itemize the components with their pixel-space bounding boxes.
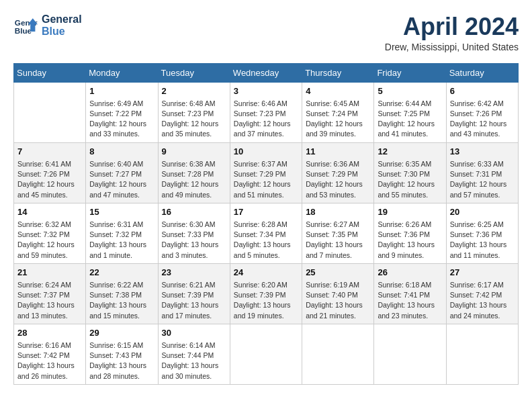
day-info: Sunrise: 6:42 AMSunset: 7:26 PMDaylight:… — [450, 99, 515, 140]
location: Drew, Mississippi, United States — [385, 42, 519, 52]
calendar-cell: 28Sunrise: 6:16 AMSunset: 7:42 PMDayligh… — [14, 324, 86, 384]
calendar-cell: 3Sunrise: 6:46 AMSunset: 7:23 PMDaylight… — [230, 82, 302, 142]
day-number: 18 — [306, 206, 370, 218]
day-number: 4 — [306, 85, 370, 97]
day-number: 12 — [378, 146, 442, 158]
calendar-week-1: 1Sunrise: 6:49 AMSunset: 7:22 PMDaylight… — [14, 82, 519, 142]
calendar-cell: 8Sunrise: 6:40 AMSunset: 7:27 PMDaylight… — [86, 142, 158, 203]
day-info: Sunrise: 6:24 AMSunset: 7:37 PMDaylight:… — [17, 280, 82, 321]
day-number: 11 — [306, 146, 370, 158]
day-number: 8 — [89, 146, 154, 158]
calendar-cell — [230, 324, 302, 384]
calendar-cell: 19Sunrise: 6:26 AMSunset: 7:36 PMDayligh… — [374, 203, 446, 263]
calendar-cell — [302, 324, 374, 384]
calendar-cell: 27Sunrise: 6:17 AMSunset: 7:42 PMDayligh… — [446, 263, 518, 324]
weekday-header-saturday: Saturday — [446, 63, 518, 82]
day-number: 26 — [378, 267, 442, 279]
calendar-cell: 15Sunrise: 6:31 AMSunset: 7:32 PMDayligh… — [86, 203, 158, 263]
day-number: 21 — [17, 267, 82, 279]
day-info: Sunrise: 6:15 AMSunset: 7:43 PMDaylight:… — [89, 340, 154, 381]
day-info: Sunrise: 6:45 AMSunset: 7:24 PMDaylight:… — [306, 99, 370, 140]
calendar-cell: 25Sunrise: 6:19 AMSunset: 7:40 PMDayligh… — [302, 263, 374, 324]
calendar-cell: 23Sunrise: 6:21 AMSunset: 7:39 PMDayligh… — [158, 263, 230, 324]
calendar-week-2: 7Sunrise: 6:41 AMSunset: 7:26 PMDaylight… — [14, 142, 519, 203]
day-info: Sunrise: 6:27 AMSunset: 7:35 PMDaylight:… — [306, 220, 370, 261]
day-info: Sunrise: 6:25 AMSunset: 7:36 PMDaylight:… — [450, 220, 515, 261]
calendar-cell: 6Sunrise: 6:42 AMSunset: 7:26 PMDaylight… — [446, 82, 518, 142]
weekday-header-row: SundayMondayTuesdayWednesdayThursdayFrid… — [14, 63, 519, 82]
weekday-header-wednesday: Wednesday — [230, 63, 302, 82]
day-info: Sunrise: 6:38 AMSunset: 7:28 PMDaylight:… — [162, 159, 226, 200]
calendar-week-3: 14Sunrise: 6:32 AMSunset: 7:32 PMDayligh… — [14, 203, 519, 263]
weekday-header-sunday: Sunday — [14, 63, 86, 82]
day-number: 5 — [378, 85, 442, 97]
calendar-cell: 18Sunrise: 6:27 AMSunset: 7:35 PMDayligh… — [302, 203, 374, 263]
day-info: Sunrise: 6:28 AMSunset: 7:34 PMDaylight:… — [234, 220, 298, 261]
calendar-table: SundayMondayTuesdayWednesdayThursdayFrid… — [13, 63, 519, 385]
day-number: 1 — [89, 85, 154, 97]
calendar-cell — [446, 324, 518, 384]
day-info: Sunrise: 6:32 AMSunset: 7:32 PMDaylight:… — [17, 220, 82, 261]
day-info: Sunrise: 6:35 AMSunset: 7:30 PMDaylight:… — [378, 159, 442, 200]
calendar-cell: 10Sunrise: 6:37 AMSunset: 7:29 PMDayligh… — [230, 142, 302, 203]
day-info: Sunrise: 6:49 AMSunset: 7:22 PMDaylight:… — [89, 99, 154, 140]
weekday-header-friday: Friday — [374, 63, 446, 82]
day-number: 25 — [306, 267, 370, 279]
calendar-cell: 12Sunrise: 6:35 AMSunset: 7:30 PMDayligh… — [374, 142, 446, 203]
day-number: 3 — [234, 85, 298, 97]
calendar-cell: 9Sunrise: 6:38 AMSunset: 7:28 PMDaylight… — [158, 142, 230, 203]
day-number: 10 — [234, 146, 298, 158]
calendar-cell: 14Sunrise: 6:32 AMSunset: 7:32 PMDayligh… — [14, 203, 86, 263]
logo: General Blue General Blue — [13, 13, 82, 38]
weekday-header-monday: Monday — [86, 63, 158, 82]
day-info: Sunrise: 6:17 AMSunset: 7:42 PMDaylight:… — [450, 280, 515, 321]
day-number: 24 — [234, 267, 298, 279]
calendar-week-5: 28Sunrise: 6:16 AMSunset: 7:42 PMDayligh… — [14, 324, 519, 384]
day-info: Sunrise: 6:20 AMSunset: 7:39 PMDaylight:… — [234, 280, 298, 321]
day-number: 9 — [162, 146, 226, 158]
calendar-week-4: 21Sunrise: 6:24 AMSunset: 7:37 PMDayligh… — [14, 263, 519, 324]
day-info: Sunrise: 6:41 AMSunset: 7:26 PMDaylight:… — [17, 159, 82, 200]
calendar-cell: 13Sunrise: 6:33 AMSunset: 7:31 PMDayligh… — [446, 142, 518, 203]
day-info: Sunrise: 6:26 AMSunset: 7:36 PMDaylight:… — [378, 220, 442, 261]
day-number: 17 — [234, 206, 298, 218]
day-info: Sunrise: 6:36 AMSunset: 7:29 PMDaylight:… — [306, 159, 370, 200]
calendar-cell — [14, 82, 86, 142]
calendar-cell: 11Sunrise: 6:36 AMSunset: 7:29 PMDayligh… — [302, 142, 374, 203]
calendar-cell: 21Sunrise: 6:24 AMSunset: 7:37 PMDayligh… — [14, 263, 86, 324]
calendar-cell: 4Sunrise: 6:45 AMSunset: 7:24 PMDaylight… — [302, 82, 374, 142]
calendar-cell: 29Sunrise: 6:15 AMSunset: 7:43 PMDayligh… — [86, 324, 158, 384]
day-info: Sunrise: 6:46 AMSunset: 7:23 PMDaylight:… — [234, 99, 298, 140]
calendar-cell: 5Sunrise: 6:44 AMSunset: 7:25 PMDaylight… — [374, 82, 446, 142]
calendar-cell: 7Sunrise: 6:41 AMSunset: 7:26 PMDaylight… — [14, 142, 86, 203]
svg-text:Blue: Blue — [15, 26, 32, 35]
day-info: Sunrise: 6:21 AMSunset: 7:39 PMDaylight:… — [162, 280, 226, 321]
calendar-cell: 1Sunrise: 6:49 AMSunset: 7:22 PMDaylight… — [86, 82, 158, 142]
day-number: 28 — [17, 327, 82, 339]
day-number: 23 — [162, 267, 226, 279]
calendar-body: 1Sunrise: 6:49 AMSunset: 7:22 PMDaylight… — [14, 82, 519, 384]
day-number: 7 — [17, 146, 82, 158]
day-number: 29 — [89, 327, 154, 339]
title-block: April 2024 Drew, Mississippi, United Sta… — [385, 13, 519, 52]
logo-line1: General — [42, 13, 82, 26]
calendar-cell: 20Sunrise: 6:25 AMSunset: 7:36 PMDayligh… — [446, 203, 518, 263]
day-number: 13 — [450, 146, 515, 158]
day-number: 2 — [162, 85, 226, 97]
calendar-cell: 24Sunrise: 6:20 AMSunset: 7:39 PMDayligh… — [230, 263, 302, 324]
day-number: 27 — [450, 267, 515, 279]
day-info: Sunrise: 6:19 AMSunset: 7:40 PMDaylight:… — [306, 280, 370, 321]
logo-line2: Blue — [42, 26, 82, 38]
calendar-cell: 22Sunrise: 6:22 AMSunset: 7:38 PMDayligh… — [86, 263, 158, 324]
month-title: April 2024 — [385, 13, 519, 40]
calendar-cell — [374, 324, 446, 384]
day-number: 6 — [450, 85, 515, 97]
day-info: Sunrise: 6:44 AMSunset: 7:25 PMDaylight:… — [378, 99, 442, 140]
day-info: Sunrise: 6:18 AMSunset: 7:41 PMDaylight:… — [378, 280, 442, 321]
day-info: Sunrise: 6:31 AMSunset: 7:32 PMDaylight:… — [89, 220, 154, 261]
day-number: 15 — [89, 206, 154, 218]
day-number: 30 — [162, 327, 226, 339]
day-info: Sunrise: 6:48 AMSunset: 7:23 PMDaylight:… — [162, 99, 226, 140]
day-info: Sunrise: 6:40 AMSunset: 7:27 PMDaylight:… — [89, 159, 154, 200]
logo-icon: General Blue — [13, 13, 38, 38]
